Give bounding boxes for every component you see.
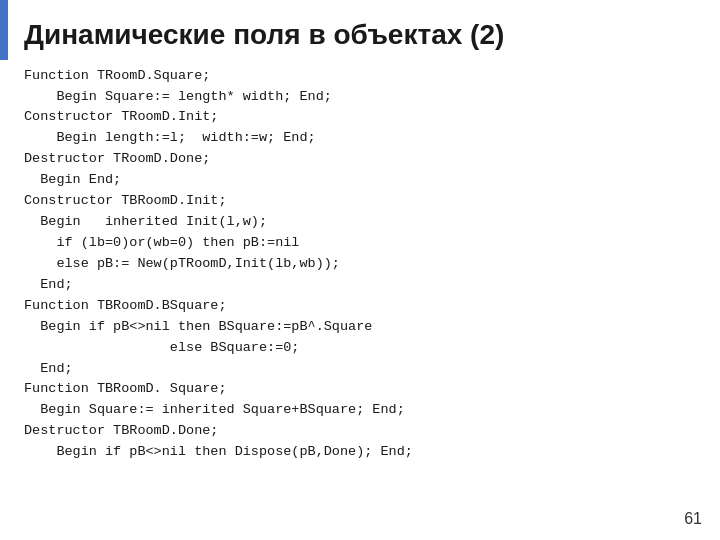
slide-title: Динамические поля в объектах (2)	[24, 18, 696, 52]
slide-container: Динамические поля в объектах (2) Functio…	[0, 0, 720, 540]
accent-bar	[0, 0, 8, 60]
code-block: Function TRoomD.Square; Begin Square:= l…	[24, 66, 696, 464]
page-number: 61	[684, 510, 702, 528]
